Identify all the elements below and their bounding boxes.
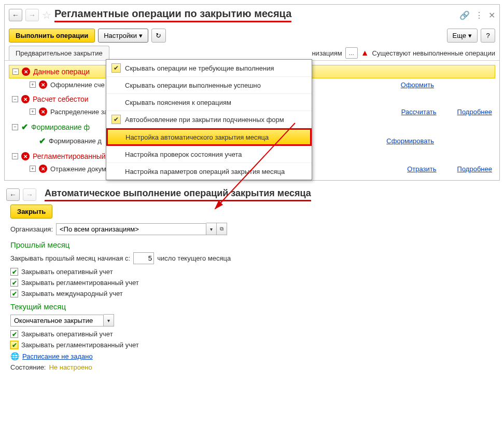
link-icon[interactable]: 🔗 [459,10,470,20]
more-button[interactable]: Еще▾ [447,29,478,43]
mode-combo[interactable] [10,315,104,327]
action-calc[interactable]: Рассчитать [401,108,437,116]
globe-icon: 🌐 [10,352,19,360]
section-cur-month: Текущий месяц [6,299,498,312]
action-details[interactable]: Подробнее [457,108,492,116]
org-combo-open[interactable]: ⧉ [217,223,227,235]
org-combo[interactable] [56,223,206,235]
warning-text: Существуют невыполненные операции [372,49,495,57]
org-filter-tail: низациям [312,49,342,57]
collapse-icon[interactable]: − [12,124,18,130]
settings-dropdown-button[interactable]: Настройки▾ [98,29,148,43]
dd-autorefresh[interactable]: ✔Автообновление при закрытии подчиненных… [106,111,312,128]
error-icon: ✕ [22,67,30,76]
error-icon: ✕ [39,165,47,173]
prev-day-input[interactable] [133,252,154,264]
action-form[interactable]: Сформировать [386,137,434,145]
status-value: Не настроено [49,363,92,371]
refresh-button[interactable]: ↻ [151,29,166,43]
dd-hide-explain[interactable]: Скрывать пояснения к операциям [106,94,312,111]
schedule-link[interactable]: Расписание не задано [22,352,93,360]
action-details[interactable]: Подробнее [457,165,492,173]
org-label: Организация: [10,225,53,233]
panel2-title: Автоматическое выполнение операций закры… [45,188,311,201]
error-icon: ✕ [21,152,30,160]
expand-icon[interactable]: + [30,108,36,115]
tab-preview-close[interactable]: Предварительное закрытие [9,46,109,60]
action-oformit[interactable]: Оформить [401,81,434,89]
dd-auto-close-settings[interactable]: Настройка автоматического закрытия месяц… [106,128,312,146]
back-button-2[interactable]: ← [6,188,20,201]
close-button[interactable]: Закрыть [10,205,52,219]
dd-check-settings[interactable]: Настройка проверок состояния учета [106,146,312,163]
chk-cur-reg[interactable]: ✔ [10,341,18,349]
dd-hide-not-required[interactable]: ✔Скрывать операции не требующие выполнен… [106,60,312,77]
org-filter-more[interactable]: … [345,47,358,59]
back-button[interactable]: ← [9,9,22,21]
chk-prev-reg[interactable]: ✔ [10,279,18,287]
section-prev-month: Прошлый месяц [6,237,498,250]
dd-hide-success[interactable]: Скрывать операции выполненные успешно [106,77,312,94]
chk-prev-oper[interactable]: ✔ [10,268,18,276]
settings-dropdown: ✔Скрывать операции не требующие выполнен… [106,59,312,180]
forward-button-2[interactable]: → [23,188,36,201]
star-icon[interactable]: ☆ [42,9,51,21]
page-title: Регламентные операции по закрытию месяца [54,8,291,22]
ok-icon: ✔ [39,136,46,146]
warning-icon: ▲ [361,48,369,58]
dd-param-settings[interactable]: Настройка параметров операций закрытия м… [106,163,312,180]
expand-icon[interactable]: + [30,82,36,88]
ok-icon: ✔ [21,122,28,132]
collapse-icon[interactable]: − [12,96,18,102]
mode-combo-dropdown[interactable]: ▾ [104,314,114,327]
collapse-icon[interactable]: − [12,153,18,159]
error-icon: ✕ [39,107,47,116]
chk-prev-intl[interactable]: ✔ [10,290,18,297]
kebab-icon[interactable]: ⋮ [475,10,483,20]
chk-cur-oper[interactable]: ✔ [10,330,18,338]
close-icon[interactable]: ✕ [488,10,495,20]
expand-icon[interactable]: + [30,166,36,172]
action-reflect[interactable]: Отразить [407,165,436,173]
error-icon: ✕ [21,95,30,103]
execute-button[interactable]: Выполнить операции [9,29,95,43]
error-icon: ✕ [39,80,47,89]
collapse-icon[interactable]: − [12,69,19,75]
forward-button[interactable]: → [25,9,39,21]
org-combo-dropdown[interactable]: ▾ [206,223,217,235]
help-button[interactable]: ? [481,29,495,43]
